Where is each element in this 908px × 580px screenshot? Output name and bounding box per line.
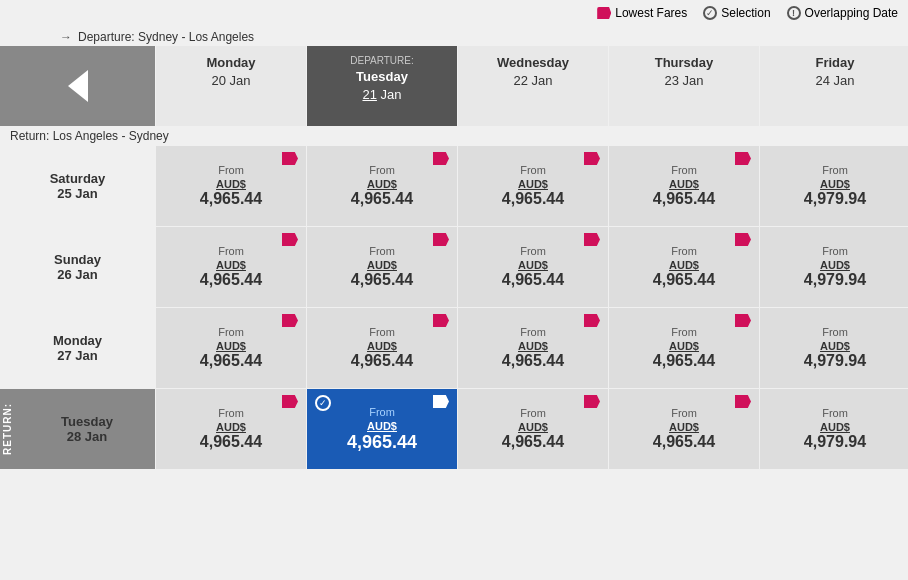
back-arrow-icon <box>68 70 88 102</box>
departure-badge: DEPARTURE: <box>311 54 453 68</box>
overlapping-legend: ! Overlapping Date <box>787 6 898 20</box>
lowest-fares-label: Lowest Fares <box>615 6 687 20</box>
selection-legend: ✓ Selection <box>703 6 770 20</box>
price-sat25-col2[interactable]: From AUD$ 4,965.44 <box>307 146 457 226</box>
col-day-fri24: Friday <box>764 54 906 72</box>
col-date-fri24: 24 Jan <box>815 73 854 88</box>
selection-check-icon: ✓ <box>315 395 331 411</box>
overlapping-icon: ! <box>787 6 801 20</box>
price-sun26-col2[interactable]: From AUD$ 4,965.44 <box>307 227 457 307</box>
col-date-wed22: 22 Jan <box>513 73 552 88</box>
price-tag-icon <box>735 233 751 246</box>
departure-route-text: Departure: Sydney - Los Angeles <box>78 30 254 44</box>
price-tue28-col3[interactable]: From AUD$ 4,965.44 <box>458 389 608 469</box>
price-tue28-col5[interactable]: From AUD$ 4,979.94 <box>760 389 908 469</box>
price-mon27-col1[interactable]: From AUD$ 4,965.44 <box>156 308 306 388</box>
selection-icon: ✓ <box>703 6 717 20</box>
row-header-mon27: Monday 27 Jan <box>0 308 155 388</box>
overlapping-label: Overlapping Date <box>805 6 898 20</box>
price-sat25-col3[interactable]: From AUD$ 4,965.44 <box>458 146 608 226</box>
price-tue28-col2-selected[interactable]: ✓ From AUD$ 4,965.44 <box>307 389 457 469</box>
price-tag-icon <box>282 233 298 246</box>
row-day-sun26: Sunday <box>54 252 101 267</box>
row-date-sun26: 26 Jan <box>54 267 101 282</box>
price-sun26-col1[interactable]: From AUD$ 4,965.44 <box>156 227 306 307</box>
price-tag-icon <box>433 152 449 165</box>
row-day-tue28: Tuesday <box>19 414 155 429</box>
col-day-mon20: Monday <box>160 54 302 72</box>
price-sat25-col4[interactable]: From AUD$ 4,965.44 <box>609 146 759 226</box>
col-day-thu23: Thursday <box>613 54 755 72</box>
price-mon27-col5[interactable]: From AUD$ 4,979.94 <box>760 308 908 388</box>
price-mon27-col4[interactable]: From AUD$ 4,965.44 <box>609 308 759 388</box>
row-day-sat25: Saturday <box>50 171 106 186</box>
departure-route-label: → Departure: Sydney - Los Angeles <box>0 26 908 46</box>
price-tag-icon <box>735 395 751 408</box>
col-header-tue21: DEPARTURE: Tuesday 21 Jan <box>307 46 457 126</box>
return-label-text: RETURN: <box>0 399 15 459</box>
departure-arrow: → <box>60 30 72 44</box>
return-route-text: Return: Los Angeles - Sydney <box>10 129 169 143</box>
price-sun26-col3[interactable]: From AUD$ 4,965.44 <box>458 227 608 307</box>
price-tag-icon <box>584 395 600 408</box>
col-date-mon20: 20 Jan <box>211 73 250 88</box>
col-header-fri24: Friday 24 Jan <box>760 46 908 126</box>
col-date-tue21: 21 Jan <box>362 87 401 102</box>
col-date-thu23: 23 Jan <box>664 73 703 88</box>
price-tag-icon <box>282 314 298 327</box>
row-header-sun26: Sunday 26 Jan <box>0 227 155 307</box>
price-tag-icon-white <box>433 395 449 408</box>
legend-bar: Lowest Fares ✓ Selection ! Overlapping D… <box>0 0 908 26</box>
row-header-sat25: Saturday 25 Jan <box>0 146 155 226</box>
price-sat25-col5[interactable]: From AUD$ 4,979.94 <box>760 146 908 226</box>
col-header-wed22: Wednesday 22 Jan <box>458 46 608 126</box>
price-tue28-col1[interactable]: From AUD$ 4,965.44 <box>156 389 306 469</box>
price-sun26-col4[interactable]: From AUD$ 4,965.44 <box>609 227 759 307</box>
row-date-mon27: 27 Jan <box>53 348 102 363</box>
price-tag-icon <box>735 152 751 165</box>
row-header-tue28: RETURN: Tuesday 28 Jan <box>0 389 155 469</box>
price-tag-icon <box>584 314 600 327</box>
price-tag-icon <box>433 233 449 246</box>
col-day-wed22: Wednesday <box>462 54 604 72</box>
return-route-label: Return: Los Angeles - Sydney <box>0 126 908 146</box>
price-tue28-col4[interactable]: From AUD$ 4,965.44 <box>609 389 759 469</box>
price-tag-icon <box>584 152 600 165</box>
page-container: Lowest Fares ✓ Selection ! Overlapping D… <box>0 0 908 469</box>
lowest-fares-legend: Lowest Fares <box>597 6 687 20</box>
price-tag-icon <box>584 233 600 246</box>
calendar-grid: Monday 20 Jan DEPARTURE: Tuesday 21 Jan … <box>0 46 908 126</box>
price-mon27-col3[interactable]: From AUD$ 4,965.44 <box>458 308 608 388</box>
price-tag-icon <box>735 314 751 327</box>
price-grid: Saturday 25 Jan From AUD$ 4,965.44 From … <box>0 146 908 469</box>
col-day-tue21: Tuesday <box>311 68 453 86</box>
price-mon27-col2[interactable]: From AUD$ 4,965.44 <box>307 308 457 388</box>
price-tag-icon <box>282 152 298 165</box>
col-header-thu23: Thursday 23 Jan <box>609 46 759 126</box>
row-day-mon27: Monday <box>53 333 102 348</box>
row-date-sat25: 25 Jan <box>50 186 106 201</box>
back-nav-button[interactable] <box>0 46 155 126</box>
selection-label: Selection <box>721 6 770 20</box>
row-date-tue28: 28 Jan <box>19 429 155 444</box>
col-header-mon20: Monday 20 Jan <box>156 46 306 126</box>
price-tag-icon <box>433 314 449 327</box>
price-sun26-col5[interactable]: From AUD$ 4,979.94 <box>760 227 908 307</box>
lowest-fares-icon <box>597 7 611 19</box>
price-tag-icon <box>282 395 298 408</box>
price-sat25-col1[interactable]: From AUD$ 4,965.44 <box>156 146 306 226</box>
